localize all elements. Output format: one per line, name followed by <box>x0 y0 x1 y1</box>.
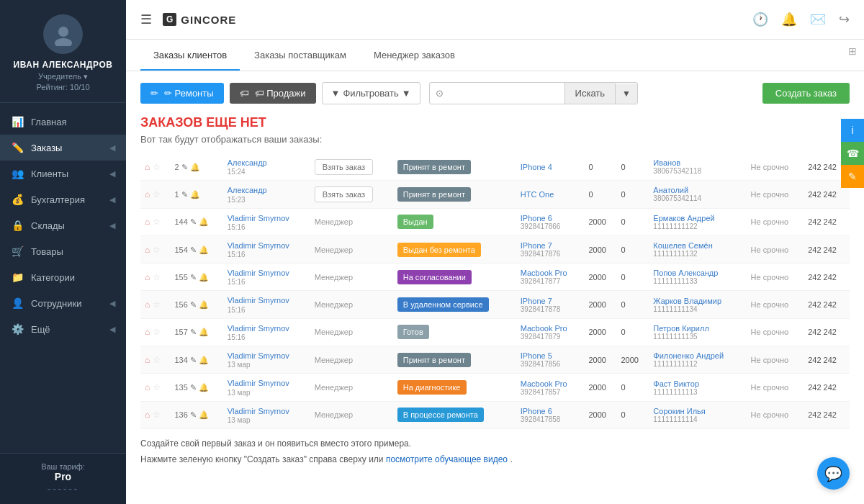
plan-dots: ------ <box>11 482 115 495</box>
footer-note-link[interactable]: посмотрите обучающее видео <box>386 454 508 464</box>
star-icon: ☆ <box>153 355 161 365</box>
accounting-icon: 💰 <box>11 194 24 205</box>
side-btn-info[interactable]: i <box>841 119 864 142</box>
row-urgency-cell: Не срочно <box>747 401 804 428</box>
mail-icon[interactable]: ✉️ <box>810 12 826 27</box>
home-icon: ⌂ <box>145 410 150 420</box>
row-role: Менеджер <box>315 217 353 226</box>
tabs-bar: Заказы клиентов Заказы поставщикам Менед… <box>126 40 864 71</box>
table-row: ⌂ ☆ 155 ✎ 🔔 Vladimir Smyrnov 15:16 Менед… <box>140 264 850 291</box>
row-num-cell: 134 ✎ 🔔 <box>170 346 222 374</box>
status-badge: Выдан без ремонта <box>397 243 481 257</box>
row-num-cell: 1 ✎ 🔔 <box>170 181 222 208</box>
row-urgency-cell: Не срочно <box>747 181 804 208</box>
sidebar-footer: Ваш тариф: Pro ------ <box>0 453 126 504</box>
row-status-cell: На диагностике <box>393 374 516 401</box>
menu-icon[interactable]: ☰ <box>140 12 152 27</box>
orders-arrow: ◀ <box>109 143 115 153</box>
accounting-arrow: ◀ <box>109 195 115 204</box>
star-icon: ☆ <box>153 272 161 282</box>
row-role: Менеджер <box>315 273 353 282</box>
search-area: ⊙ Искать ▼ <box>429 82 638 104</box>
row-icons-cell: ⌂ ☆ <box>140 181 170 208</box>
row-client-cell: Филоненко Андрей 11111111112 <box>649 346 746 374</box>
row-amount1-cell: 2000 <box>584 318 616 346</box>
sidebar: ИВАН АЛЕКСАНДРОВ Учредитель ▾ Рейтинг: 1… <box>0 0 126 504</box>
take-order-button[interactable]: Взять заказ <box>315 159 373 175</box>
clock-icon[interactable]: 🕐 <box>752 12 768 27</box>
side-btn-phone[interactable]: ☎ <box>841 142 864 165</box>
orders-icon: ✏️ <box>11 142 24 153</box>
footer-note-line2: Нажмите зеленую кнопку "Создать заказ" с… <box>140 452 850 468</box>
tab-order-manager[interactable]: Менеджер заказов <box>361 40 468 71</box>
preview-table: ⌂ ☆ 2 ✎ 🔔 Александр 15:24 Взять заказ Пр… <box>140 153 850 429</box>
expand-icon[interactable]: ⊞ <box>848 45 857 57</box>
table-row: ⌂ ☆ 135 ✎ 🔔 Vladimir Smyrnov 13 мар Мене… <box>140 374 850 401</box>
row-icons-cell: ⌂ ☆ <box>140 208 170 235</box>
sidebar-item-home[interactable]: 📊 Главная <box>0 109 126 135</box>
row-urgency-cell: Не срочно <box>747 153 804 181</box>
row-actions-cell: 242 242 <box>804 235 850 263</box>
sidebar-item-orders[interactable]: ✏️ Заказы ◀ <box>0 135 126 161</box>
side-btn-edit[interactable]: ✎ <box>841 165 864 188</box>
sidebar-item-more[interactable]: ⚙️ Ещё ◀ <box>0 316 126 342</box>
row-amount2-cell: 0 <box>616 208 649 235</box>
footer-note-line1: Создайте свой первый заказ и он появитьс… <box>140 436 850 452</box>
row-icons-cell: ⌂ ☆ <box>140 318 170 346</box>
sidebar-item-warehouses[interactable]: 🔒 Склады ◀ <box>0 212 126 238</box>
take-order-button[interactable]: Взять заказ <box>315 186 373 202</box>
row-urgency-cell: Не срочно <box>747 374 804 401</box>
table-row: ⌂ ☆ 154 ✎ 🔔 Vladimir Smyrnov 15:16 Менед… <box>140 235 850 263</box>
create-order-button[interactable]: Создать заказ <box>762 83 850 104</box>
clients-icon: 👥 <box>11 168 24 179</box>
row-status-cell: Готов <box>393 318 516 346</box>
row-amount2-cell: 0 <box>616 153 649 181</box>
row-icons-cell: ⌂ ☆ <box>140 401 170 428</box>
row-client-cell: Фаст Виктор 11111111113 <box>649 374 746 401</box>
filter-icon: ▼ <box>331 88 341 99</box>
row-num-cell: 157 ✎ 🔔 <box>170 318 222 346</box>
row-num-cell: 136 ✎ 🔔 <box>170 401 222 428</box>
logout-icon[interactable]: ↪ <box>839 12 850 27</box>
row-user-cell: Vladimir Smyrnov 15:16 <box>223 235 310 263</box>
sidebar-item-accounting[interactable]: 💰 Бухгалтерия ◀ <box>0 186 126 212</box>
logo-box: G <box>163 13 176 26</box>
search-input[interactable] <box>449 83 564 104</box>
sidebar-item-goods[interactable]: 🛒 Товары <box>0 238 126 264</box>
side-actions: i ☎ ✎ <box>841 119 864 188</box>
chat-button[interactable]: 💬 <box>817 457 850 490</box>
table-row: ⌂ ☆ 1 ✎ 🔔 Александр 15:23 Взять заказ Пр… <box>140 181 850 208</box>
row-amount2-cell: 0 <box>616 318 649 346</box>
header: ☰ G GINCORE 🕐 🔔 ✉️ ↪ <box>126 0 864 40</box>
row-amount1-cell: 2000 <box>584 374 616 401</box>
bell-icon[interactable]: 🔔 <box>781 12 797 27</box>
sidebar-item-clients[interactable]: 👥 Клиенты ◀ <box>0 161 126 186</box>
sales-button[interactable]: 🏷 🏷 Продажи <box>230 83 316 104</box>
row-role: Менеджер <box>315 383 353 392</box>
sidebar-item-categories[interactable]: 📁 Категории <box>0 264 126 290</box>
row-num-cell: 144 ✎ 🔔 <box>170 208 222 235</box>
row-icons-cell: ⌂ ☆ <box>140 374 170 401</box>
star-icon: ☆ <box>153 217 161 227</box>
row-user-cell: Vladimir Smyrnov 13 мар <box>223 374 310 401</box>
row-action-cell: Взять заказ <box>310 181 393 208</box>
header-actions: 🕐 🔔 ✉️ ↪ <box>752 12 850 27</box>
sidebar-rating: Рейтинг: 10/10 <box>36 83 89 91</box>
sidebar-item-employees[interactable]: 👤 Сотрудники ◀ <box>0 290 126 316</box>
search-dropdown[interactable]: ▼ <box>615 84 637 104</box>
status-badge: В удаленном сервисе <box>397 297 489 312</box>
filter-button[interactable]: ▼ Фильтровать ▼ <box>322 82 420 104</box>
table-row: ⌂ ☆ 2 ✎ 🔔 Александр 15:24 Взять заказ Пр… <box>140 153 850 181</box>
tab-customer-orders[interactable]: Заказы клиентов <box>140 40 240 71</box>
row-action-cell: Менеджер <box>310 374 393 401</box>
plan-label: Ваш тариф: <box>11 462 115 471</box>
row-action-cell: Менеджер <box>310 318 393 346</box>
tab-supplier-orders[interactable]: Заказы поставщикам <box>241 40 359 71</box>
row-device-cell: IPhone 7 3928417878 <box>516 291 585 318</box>
search-button[interactable]: Искать <box>564 83 616 104</box>
row-user-cell: Vladimir Smyrnov 15:16 <box>223 318 310 346</box>
row-num-cell: 2 ✎ 🔔 <box>170 153 222 181</box>
table-row: ⌂ ☆ 136 ✎ 🔔 Vladimir Smyrnov 13 мар Мене… <box>140 401 850 428</box>
row-device-cell: Macbook Pro 3928417877 <box>516 264 585 291</box>
repairs-button[interactable]: ✏ ✏ Ремонты <box>140 83 224 104</box>
